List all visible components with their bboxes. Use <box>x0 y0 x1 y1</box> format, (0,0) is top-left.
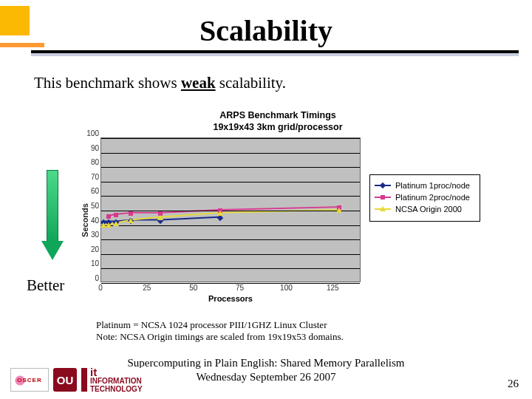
body-prefix: This benchmark shows <box>34 74 181 92</box>
note-line: Note: NCSA Origin timings are scaled fro… <box>96 331 344 343</box>
chart-title: ARPS Benchmark Timings 19x19x43 3km grid… <box>72 109 483 134</box>
slide-title: Scalability <box>0 13 532 48</box>
chart: ARPS Benchmark Timings 19x19x43 3km grid… <box>72 109 483 303</box>
title-rule-shadow <box>31 53 519 56</box>
legend-item: Platinum 2proc/node <box>375 193 475 202</box>
y-ticks: 0102030405060708090100 <box>83 133 99 282</box>
better-arrow-icon <box>43 170 62 265</box>
legend-label: NCSA Origin 2000 <box>395 205 462 214</box>
body-emph: weak <box>181 74 216 92</box>
footer-logos: OSCER OU it INFORMATION TECHNOLOGY <box>10 368 143 392</box>
body-suffix: scalability. <box>216 74 286 92</box>
x-axis-label: Processors <box>100 294 361 303</box>
plot-area <box>100 137 361 282</box>
ou-logo-icon: OU <box>53 368 77 392</box>
slide: Scalability This benchmark shows weak sc… <box>0 0 532 399</box>
legend-item: Platinum 1proc/node <box>375 181 475 190</box>
note-line: Platinum = NCSA 1024 processor PIII/1GHZ… <box>96 319 344 331</box>
page-number: 26 <box>508 378 519 390</box>
chart-notes: Platinum = NCSA 1024 processor PIII/1GHZ… <box>96 319 344 344</box>
chart-title-line2: 19x19x43 3km grid/processor <box>72 121 483 133</box>
chart-legend: Platinum 1proc/node Platinum 2proc/node … <box>369 174 480 222</box>
better-label: Better <box>27 276 64 295</box>
body-text: This benchmark shows weak scalability. <box>34 74 286 92</box>
chart-title-line1: ARPS Benchmark Timings <box>72 109 483 121</box>
legend-label: Platinum 1proc/node <box>395 181 470 190</box>
legend-item: NCSA Origin 2000 <box>375 205 475 214</box>
legend-label: Platinum 2proc/node <box>395 193 470 202</box>
chart-lines <box>101 138 360 282</box>
it-logo-icon: it INFORMATION TECHNOLOGY <box>81 368 143 392</box>
x-ticks: 0255075100125 <box>100 284 361 294</box>
plot-wrap: Seconds 0102030405060708090100 025507510… <box>72 137 483 303</box>
oscer-logo-icon: OSCER <box>10 368 49 392</box>
